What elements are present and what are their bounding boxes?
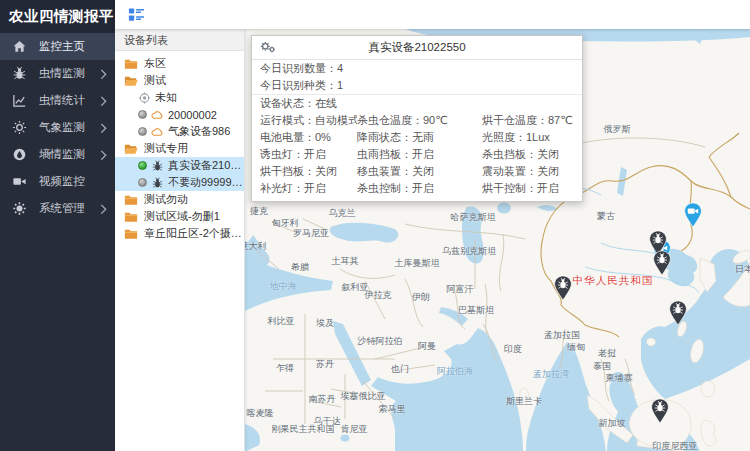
grid-value: 0% — [315, 131, 331, 143]
popup-grid-cell: 降雨状态：无雨 — [357, 129, 482, 146]
gear-icon — [12, 201, 27, 216]
popup-grid-cell: 诱虫灯：开启 — [260, 146, 357, 163]
grid-label: 震动装置 — [482, 165, 526, 177]
sidebar-item-home[interactable]: 监控主页 — [0, 33, 115, 60]
grid-label: 光照度 — [482, 131, 515, 143]
grid-value: 开启 — [412, 148, 434, 160]
sun-icon — [12, 120, 27, 135]
tree-folder[interactable]: 章丘阳丘区-2个摄像头 — [115, 225, 244, 242]
tree-device[interactable]: 未知 — [115, 89, 244, 106]
tree-folder[interactable]: 测试勿动 — [115, 191, 244, 208]
device-status-row: 设备状态：在线 — [252, 95, 582, 112]
popup-grid-cell: 烘干仓温度：87℃ — [482, 112, 582, 129]
folder-closed-icon — [124, 211, 138, 223]
status-dot-gray — [138, 178, 147, 187]
camera-map-pin[interactable] — [684, 202, 703, 228]
moisture-icon — [12, 147, 27, 162]
summary-label: 今日识别数量 — [260, 62, 326, 74]
sidebar-item-video[interactable]: 视频监控 — [0, 168, 115, 195]
grid-label: 烘干挡板 — [260, 165, 304, 177]
insect-device-map-pin[interactable] — [669, 300, 688, 326]
main-area: 设备列表 东区测试未知20000002气象设备986测试专用真实设备210225… — [115, 0, 750, 451]
popup-summary-row: 今日识别种类：1 — [252, 77, 582, 94]
sidebar-item-label: 视频监控 — [39, 174, 107, 189]
popup-grid-cell: 杀虫控制：开启 — [357, 180, 482, 197]
popup-grid-cell: 虫雨挡板：开启 — [357, 146, 482, 163]
tree-device[interactable]: 真实设备21022550 — [115, 157, 244, 174]
sidebar-item-moisture[interactable]: 墒情监测 — [0, 141, 115, 168]
layout-list-icon[interactable] — [128, 7, 145, 22]
chevron-right-icon — [100, 150, 107, 160]
app-window: 农业四情测报平台 监控主页虫情监测虫情统计气象监测墒情监测视频监控系统管理 设备… — [0, 0, 750, 451]
insect-device-map-pin[interactable] — [653, 250, 672, 276]
status-dot-gray — [138, 127, 147, 136]
tree-device[interactable]: 20000002 — [115, 106, 244, 123]
home-icon — [12, 39, 27, 54]
tree-node-label: 20000002 — [168, 109, 217, 121]
tree-device[interactable]: 不要动99999999 — [115, 174, 244, 191]
popup-summary-row: 今日识别数量：4 — [252, 60, 582, 77]
folder-closed-icon — [124, 58, 138, 70]
tree-folder[interactable]: 东区 — [115, 55, 244, 72]
grid-label: 电池电量 — [260, 131, 304, 143]
grid-value: 开启 — [304, 182, 326, 194]
tree-folder[interactable]: 测试 — [115, 72, 244, 89]
tree-folder[interactable]: 测试区域-勿删1 — [115, 208, 244, 225]
tree-node-label: 测试专用 — [144, 141, 188, 156]
popup-header: 真实设备21022550 — [252, 36, 582, 60]
folder-closed-icon — [124, 228, 138, 240]
video-icon — [12, 174, 27, 189]
cloud-device-icon — [151, 109, 164, 121]
grid-value: 关闭 — [315, 165, 337, 177]
bug-device-icon — [151, 177, 164, 189]
insect-device-map-pin[interactable] — [554, 275, 573, 301]
sidebar-item-bug[interactable]: 虫情监测 — [0, 60, 115, 87]
insect-device-map-pin[interactable] — [651, 398, 670, 424]
chevron-right-icon — [100, 69, 107, 79]
sidebar-item-label: 系统管理 — [39, 201, 100, 216]
sidebar-item-label: 虫情监测 — [39, 66, 100, 81]
popup-grid-cell: 运行模式：自动模式 — [260, 112, 357, 129]
sidebar-item-chart[interactable]: 虫情统计 — [0, 87, 115, 114]
grid-label: 移虫装置 — [357, 165, 401, 177]
status-dot-green — [138, 161, 147, 170]
grid-label: 杀虫控制 — [357, 182, 401, 194]
tree-node-label: 真实设备21022550 — [168, 158, 244, 173]
bug-device-icon — [151, 160, 164, 172]
tree-folder[interactable]: 测试专用 — [115, 140, 244, 157]
popup-grid-cell: 杀虫仓温度：90℃ — [357, 112, 482, 129]
grid-value: 87℃ — [548, 114, 573, 126]
popup-grid-cell: 烘干挡板：关闭 — [260, 163, 357, 180]
summary-value: 4 — [337, 62, 343, 74]
popup-grid-cell: 光照度：1Lux — [482, 129, 582, 146]
chevron-right-icon — [100, 96, 107, 106]
chart-icon — [12, 93, 27, 108]
grid-label: 诱虫灯 — [260, 148, 293, 160]
popup-grid-cell: 移虫装置：关闭 — [357, 163, 482, 180]
status-dot-gray — [138, 110, 147, 119]
cloud-device-icon — [151, 126, 164, 138]
summary-label: 今日识别种类 — [260, 79, 326, 91]
grid-label: 杀虫挡板 — [482, 148, 526, 160]
tree-device[interactable]: 气象设备986 — [115, 123, 244, 140]
grid-label: 运行模式 — [260, 114, 304, 126]
device-status-value: 在线 — [315, 97, 337, 109]
popup-grid-cell: 震动装置：关闭 — [482, 163, 582, 180]
folder-closed-icon — [124, 194, 138, 206]
sidebar-item-sun[interactable]: 气象监测 — [0, 114, 115, 141]
target-device-icon — [138, 92, 151, 104]
device-tree: 东区测试未知20000002气象设备986测试专用真实设备21022550不要动… — [115, 51, 244, 242]
tree-node-label: 测试勿动 — [144, 192, 188, 207]
tree-node-label: 未知 — [155, 90, 177, 105]
popup-title: 真实设备21022550 — [252, 40, 582, 55]
sidebar-item-gear[interactable]: 系统管理 — [0, 195, 115, 222]
tree-node-label: 不要动99999999 — [168, 175, 244, 190]
content: 设备列表 东区测试未知20000002气象设备986测试专用真实设备210225… — [115, 29, 750, 451]
grid-value: 关闭 — [412, 165, 434, 177]
map-canvas[interactable]: 俄罗斯蒙古中华人民共和国日本哈萨克斯坦乌克兰捷克匈牙利罗马尼亚意大利希腊土耳其地… — [245, 29, 750, 451]
folder-open-icon — [124, 75, 138, 87]
grid-value: 90℃ — [423, 114, 448, 126]
sidebar-item-label: 气象监测 — [39, 120, 100, 135]
topbar — [115, 0, 750, 29]
popup-grid-cell: 补光灯：开启 — [260, 180, 357, 197]
